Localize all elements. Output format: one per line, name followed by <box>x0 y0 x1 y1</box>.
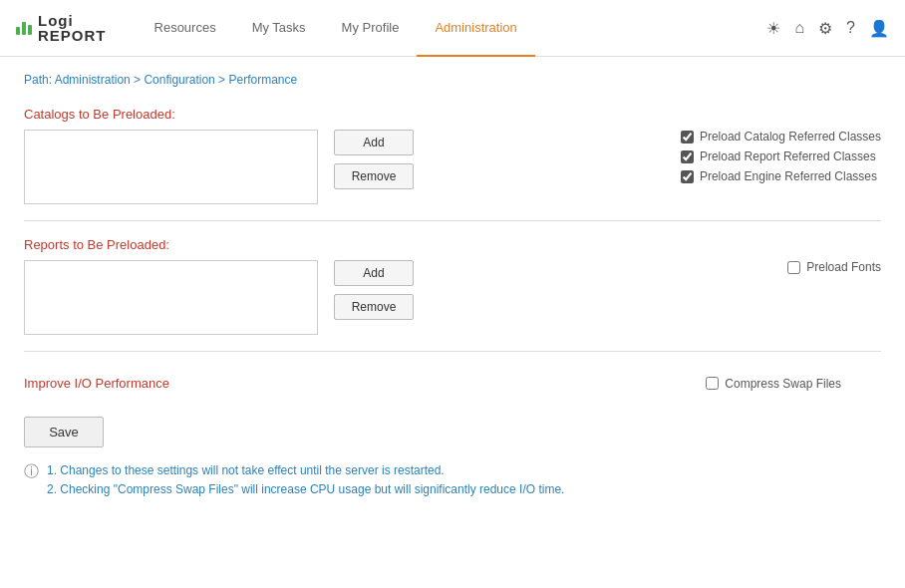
notes-section: ⓘ 1. Changes to these settings will not … <box>24 461 881 499</box>
note-1: 1. Changes to these settings will not ta… <box>47 461 564 480</box>
catalogs-btn-group: Add Remove <box>334 130 414 189</box>
breadcrumb: Path: Administration > Configuration > P… <box>24 73 881 87</box>
catalogs-listbox[interactable] <box>24 130 318 204</box>
home-icon[interactable]: ⌂ <box>794 19 804 37</box>
preload-fonts-checkbox[interactable] <box>787 261 800 274</box>
nav-resources[interactable]: Resources <box>137 0 234 57</box>
nav-my-profile[interactable]: My Profile <box>324 0 418 57</box>
reports-add-button[interactable]: Add <box>334 260 414 286</box>
save-section: Save <box>24 417 881 447</box>
catalogs-add-button[interactable]: Add <box>334 130 414 155</box>
save-button[interactable]: Save <box>24 417 104 447</box>
preload-fonts-label: Preload Fonts <box>806 260 881 274</box>
header-icons: ☀ ⌂ ⚙ ? 👤 <box>766 19 889 38</box>
header: Logi REPORT Resources My Tasks My Profil… <box>0 0 905 57</box>
preload-engine-classes-row[interactable]: Preload Engine Referred Classes <box>681 169 881 183</box>
notes-text: 1. Changes to these settings will not ta… <box>47 461 564 499</box>
logo-top: Logi <box>38 13 107 28</box>
nav-administration[interactable]: Administration <box>417 0 534 57</box>
preload-report-classes-row[interactable]: Preload Report Referred Classes <box>681 149 881 163</box>
catalogs-section: Catalogs to Be Preloaded: Add Remove Pre… <box>24 107 881 204</box>
divider-2 <box>24 351 881 352</box>
logo-bars-icon <box>16 22 32 35</box>
info-icon: ⓘ <box>24 462 39 481</box>
preload-fonts-row[interactable]: Preload Fonts <box>787 260 881 274</box>
note-2: 2. Checking "Compress Swap Files" will i… <box>47 480 564 499</box>
compress-swap-checkbox[interactable] <box>706 377 719 390</box>
logo-bottom: REPORT <box>38 28 107 43</box>
reports-row: Add Remove Preload Fonts <box>24 260 881 335</box>
logo-bar-1 <box>16 27 20 35</box>
logo: Logi REPORT <box>16 13 107 43</box>
main-nav: Resources My Tasks My Profile Administra… <box>137 0 767 57</box>
globe-icon[interactable]: ☀ <box>766 19 780 38</box>
io-row: Improve I/O Performance Compress Swap Fi… <box>24 368 881 399</box>
reports-remove-button[interactable]: Remove <box>334 294 414 320</box>
nav-my-tasks[interactable]: My Tasks <box>234 0 324 57</box>
compress-swap-label: Compress Swap Files <box>725 377 841 391</box>
reports-label: Reports to Be Preloaded: <box>24 237 881 252</box>
preload-catalog-classes-label: Preload Catalog Referred Classes <box>700 130 881 144</box>
preload-engine-classes-checkbox[interactable] <box>681 170 694 183</box>
catalogs-row: Add Remove Preload Catalog Referred Clas… <box>24 130 881 204</box>
user-icon[interactable]: 👤 <box>869 19 889 38</box>
preload-engine-classes-label: Preload Engine Referred Classes <box>700 169 877 183</box>
main-content: Path: Administration > Configuration > P… <box>0 57 905 588</box>
divider-1 <box>24 220 881 221</box>
io-performance-label: Improve I/O Performance <box>24 376 169 391</box>
reports-btn-group: Add Remove <box>334 260 414 320</box>
catalogs-checkboxes: Preload Catalog Referred Classes Preload… <box>681 130 881 183</box>
help-icon[interactable]: ? <box>846 19 855 37</box>
preload-report-classes-checkbox[interactable] <box>681 150 694 163</box>
reports-right: Preload Fonts <box>787 260 881 274</box>
logo-text: Logi REPORT <box>38 13 107 43</box>
preload-catalog-classes-checkbox[interactable] <box>681 131 694 144</box>
preload-report-classes-label: Preload Report Referred Classes <box>700 149 876 163</box>
catalogs-label: Catalogs to Be Preloaded: <box>24 107 881 122</box>
catalogs-remove-button[interactable]: Remove <box>334 163 414 189</box>
logo-bar-2 <box>22 22 26 35</box>
logo-bar-3 <box>28 25 32 35</box>
preload-catalog-classes-row[interactable]: Preload Catalog Referred Classes <box>681 130 881 144</box>
compress-swap-row[interactable]: Compress Swap Files <box>706 377 841 391</box>
reports-listbox[interactable] <box>24 260 318 335</box>
reports-section: Reports to Be Preloaded: Add Remove Prel… <box>24 237 881 335</box>
gear-icon[interactable]: ⚙ <box>818 19 832 38</box>
